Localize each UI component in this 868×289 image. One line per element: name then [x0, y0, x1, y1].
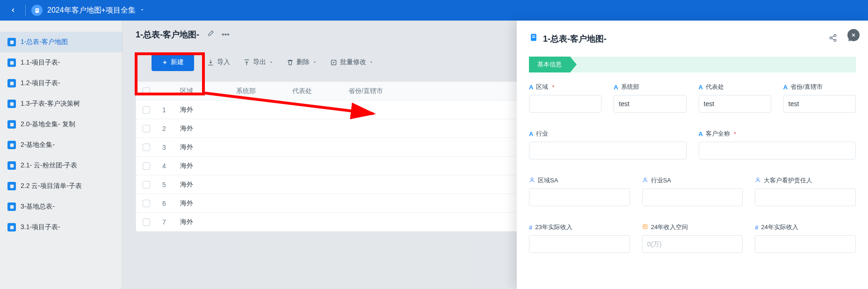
person-type-icon	[755, 177, 761, 184]
person-type-icon	[529, 177, 535, 184]
sidebar-item-3[interactable]: 1.3-子表-客户决策树	[0, 94, 122, 114]
workspace-switcher[interactable]: 2024年客户地图+项目全集	[31, 5, 145, 16]
svg-rect-4	[10, 61, 13, 64]
col-region[interactable]: 区域	[180, 87, 236, 95]
svg-rect-16	[532, 36, 535, 36]
field-industry-sa[interactable]	[642, 188, 743, 206]
sheet-icon	[7, 182, 16, 190]
field-region[interactable]	[529, 95, 601, 113]
section-tabs: 基本信息	[529, 57, 856, 72]
sidebar-item-label: 2.1- 云-粉丝团-子表	[21, 161, 77, 170]
sheet-icon	[7, 202, 16, 211]
field-province[interactable]	[783, 95, 856, 113]
text-type-icon: A	[529, 130, 533, 137]
field-region-sa[interactable]	[529, 188, 630, 206]
chevron-down-icon	[139, 6, 145, 14]
svg-rect-9	[10, 164, 13, 167]
svg-rect-3	[10, 40, 13, 43]
svg-rect-17	[532, 37, 535, 38]
sidebar-item-9[interactable]: 3.1-项目子表-	[0, 217, 122, 238]
col-province[interactable]: 省份/直辖市	[348, 87, 400, 95]
svg-rect-5	[10, 81, 13, 85]
new-button[interactable]: 新建	[152, 53, 194, 71]
svg-rect-7	[10, 123, 13, 126]
row-checkbox[interactable]	[143, 106, 150, 114]
col-rep[interactable]: 代表处	[292, 87, 348, 95]
field-rep[interactable]	[699, 95, 771, 113]
field-customer[interactable]	[699, 142, 856, 159]
field-key-owner[interactable]	[755, 188, 856, 206]
workspace-icon	[31, 5, 43, 16]
svg-point-21	[531, 178, 533, 180]
sheet-icon	[7, 223, 16, 231]
sheet-icon	[7, 120, 16, 129]
workspace-title: 2024年客户地图+项目全集	[47, 6, 136, 15]
sheet-icon	[7, 38, 16, 46]
text-type-icon: A	[699, 130, 703, 137]
sidebar-item-label: 1.1-项目子表-	[21, 58, 60, 67]
record-drawer: 1-总表-客户地图- 基本信息 A区域* A系统部 A代表处 A省份/直辖市 A…	[517, 21, 868, 289]
svg-rect-2	[36, 10, 38, 10]
close-button[interactable]	[847, 29, 860, 41]
sidebar-item-1[interactable]: 1.1-项目子表-	[0, 52, 122, 73]
svg-point-20	[834, 39, 836, 42]
more-button[interactable]: •••	[222, 30, 230, 39]
sidebar-item-label: 2-基地全集-	[21, 141, 55, 149]
drawer-title-text: 1-总表-客户地图-	[543, 33, 607, 44]
row-checkbox[interactable]	[143, 162, 150, 170]
field-space24[interactable]	[642, 235, 743, 253]
import-button[interactable]: 导入	[207, 58, 230, 66]
sidebar: 1-总表-客户地图 1.1-项目子表- 1.2-项目子表- 1.3-子表-客户决…	[0, 21, 123, 289]
edit-title-button[interactable]	[207, 30, 214, 39]
delete-button[interactable]: 删除	[287, 58, 317, 66]
field-industry[interactable]	[529, 142, 687, 159]
sidebar-item-4[interactable]: 2.0-基地全集- 复制	[0, 114, 122, 135]
field-rev23[interactable]	[529, 235, 630, 253]
section-tab-basic[interactable]: 基本信息	[529, 57, 570, 72]
svg-rect-12	[10, 225, 13, 229]
new-button-label: 新建	[171, 58, 184, 66]
select-all-checkbox[interactable]	[143, 87, 150, 95]
sidebar-item-label: 2.0-基地全集- 复制	[21, 120, 75, 129]
text-type-icon: A	[783, 84, 788, 91]
svg-point-19	[830, 36, 832, 39]
page-title: 1-总表-客户地图-	[136, 29, 199, 40]
sidebar-item-5[interactable]: 2-基地全集-	[0, 135, 122, 155]
svg-rect-1	[36, 9, 38, 9]
row-checkbox[interactable]	[143, 125, 150, 132]
row-checkbox[interactable]	[143, 144, 150, 151]
formula-type-icon	[642, 224, 648, 231]
svg-point-23	[757, 178, 759, 180]
svg-rect-6	[10, 102, 13, 105]
text-type-icon: A	[699, 84, 703, 91]
field-rev24[interactable]	[755, 235, 856, 253]
sidebar-item-0[interactable]: 1-总表-客户地图	[0, 32, 122, 52]
text-type-icon: A	[614, 84, 618, 91]
sidebar-item-label: 1.2-项目子表-	[21, 79, 60, 87]
svg-point-18	[834, 34, 836, 36]
sheet-icon	[7, 141, 16, 149]
sidebar-item-2[interactable]: 1.2-项目子表-	[0, 73, 122, 94]
svg-rect-11	[10, 205, 13, 208]
sidebar-item-6[interactable]: 2.1- 云-粉丝团-子表	[0, 155, 122, 176]
col-sysdept[interactable]: 系统部	[236, 87, 292, 95]
sidebar-item-7[interactable]: 2.2 云-项目清单-子表	[0, 176, 122, 196]
sidebar-item-label: 3.1-项目子表-	[21, 223, 60, 231]
field-sysdept[interactable]	[614, 95, 686, 113]
back-button[interactable]	[7, 4, 20, 17]
sidebar-item-label: 1-总表-客户地图	[21, 38, 68, 46]
sheet-icon	[7, 79, 16, 87]
row-checkbox[interactable]	[143, 181, 150, 188]
person-type-icon	[642, 177, 648, 184]
text-type-icon: A	[529, 84, 533, 91]
sidebar-item-8[interactable]: 3-基地总表-	[0, 196, 122, 217]
export-button[interactable]: 导出	[243, 58, 274, 66]
sidebar-item-label: 1.3-子表-客户决策树	[21, 100, 80, 108]
sidebar-item-label: 3-基地总表-	[21, 202, 55, 211]
share-button[interactable]	[829, 34, 837, 44]
doc-icon	[529, 33, 538, 44]
batch-edit-button[interactable]: 批量修改	[330, 58, 374, 66]
svg-rect-8	[10, 143, 13, 146]
row-checkbox[interactable]	[143, 218, 150, 226]
row-checkbox[interactable]	[143, 200, 150, 207]
